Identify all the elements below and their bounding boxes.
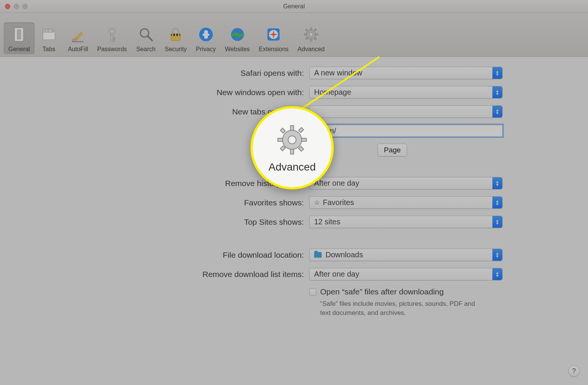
chevron-updown-icon: ▲▼ — [492, 249, 502, 261]
top-sites-shows-label: Top Sites shows: — [85, 218, 309, 227]
svg-rect-14 — [113, 40, 115, 41]
svg-rect-31 — [310, 28, 312, 30]
svg-rect-38 — [305, 37, 308, 39]
folder-icon — [314, 252, 322, 258]
favorites-shows-select[interactable]: ☆ Favorites ▲▼ — [309, 196, 503, 209]
open-safe-files-label: Open “safe” files after downloading — [320, 287, 480, 296]
toolbar-search[interactable]: Search — [132, 22, 160, 54]
traffic-lights — [5, 4, 28, 9]
svg-rect-12 — [111, 34, 113, 41]
titlebar: General — [0, 0, 588, 13]
close-window-button[interactable] — [5, 4, 10, 9]
toolbar-passwords[interactable]: Passwords — [93, 22, 131, 54]
remove-download-list-label: Remove download list items: — [85, 270, 309, 279]
general-panel: Safari opens with: A new window ▲▼ New w… — [0, 57, 588, 318]
homepage-input[interactable] — [309, 125, 503, 137]
remove-download-list-select[interactable]: After one day ▲▼ — [309, 268, 503, 280]
globe-icon — [228, 25, 247, 44]
gear-icon — [301, 25, 321, 44]
open-safe-files-help: “Safe” files include movies, pictures, s… — [320, 299, 480, 318]
new-tabs-open-with-select[interactable]: ▲▼ — [309, 105, 503, 118]
help-icon: ? — [572, 367, 576, 375]
select-value: A new window — [314, 69, 362, 77]
svg-rect-19 — [171, 34, 180, 36]
chevron-updown-icon: ▲▼ — [492, 67, 502, 79]
zoom-window-button[interactable] — [22, 4, 28, 9]
select-value: After one day — [314, 179, 359, 188]
toolbar-label: Advanced — [298, 46, 325, 53]
new-windows-open-with-select[interactable]: Homepage ▲▼ — [309, 86, 503, 99]
svg-rect-34 — [316, 34, 318, 35]
preferences-toolbar: General ×+ Tabs AutoFill Passwords Searc… — [0, 13, 588, 57]
toolbar-privacy[interactable]: Privacy — [191, 22, 220, 54]
top-sites-shows-select[interactable]: 12 sites ▲▼ — [309, 216, 503, 228]
svg-point-30 — [309, 33, 313, 36]
safari-opens-with-label: Safari opens with: — [85, 69, 309, 78]
svg-rect-37 — [314, 28, 316, 31]
toolbar-security[interactable]: Security — [160, 22, 192, 54]
svg-rect-32 — [310, 39, 312, 41]
chevron-updown-icon: ▲▼ — [492, 197, 502, 208]
toolbar-label: Security — [165, 46, 187, 53]
toolbar-websites[interactable]: Websites — [220, 22, 255, 54]
toolbar-advanced[interactable]: Advanced — [293, 22, 329, 54]
general-icon — [9, 25, 29, 44]
new-windows-open-with-label: New windows open with: — [85, 88, 309, 97]
toolbar-label: Extensions — [259, 46, 288, 53]
help-button[interactable]: ? — [568, 365, 580, 377]
toolbar-label: General — [8, 46, 30, 53]
download-location-select[interactable]: Downloads ▲▼ — [309, 249, 503, 261]
privacy-icon — [196, 25, 216, 44]
toolbar-label: AutoFill — [68, 46, 88, 53]
svg-rect-36 — [314, 38, 316, 40]
toolbar-extensions[interactable]: Extensions — [254, 22, 293, 54]
select-value: Favorites — [323, 198, 354, 207]
tabs-icon: ×+ — [39, 25, 59, 44]
extensions-icon — [264, 25, 283, 44]
svg-rect-2 — [43, 31, 55, 40]
favorites-shows-label: Favorites shows: — [85, 198, 309, 207]
safari-opens-with-select[interactable]: A new window ▲▼ — [309, 67, 503, 79]
select-value: After one day — [314, 270, 359, 279]
select-value: Homepage — [314, 88, 351, 97]
preferences-window: General General ×+ Tabs AutoFill Passwor… — [0, 0, 588, 385]
remove-history-select[interactable]: After one day ▲▼ — [309, 177, 503, 189]
set-to-current-page-button[interactable]: Page — [377, 144, 407, 157]
svg-line-16 — [148, 36, 152, 41]
chevron-updown-icon: ▲▼ — [492, 177, 502, 189]
lock-icon — [166, 25, 186, 44]
toolbar-tabs[interactable]: ×+ Tabs — [35, 22, 63, 54]
svg-rect-8 — [73, 39, 77, 41]
homepage-label: Homepage: — [85, 126, 309, 135]
new-tabs-open-with-label: New tabs open with: — [85, 107, 309, 116]
svg-rect-13 — [113, 38, 115, 39]
autofill-icon — [68, 25, 88, 44]
svg-point-11 — [110, 30, 113, 33]
chevron-updown-icon: ▲▼ — [492, 216, 502, 228]
key-icon — [102, 25, 122, 44]
minimize-window-button[interactable] — [14, 4, 19, 9]
toolbar-label: Search — [136, 46, 156, 53]
chevron-updown-icon: ▲▼ — [492, 268, 502, 280]
toolbar-label: Websites — [225, 46, 250, 53]
select-value: 12 sites — [314, 218, 340, 226]
svg-rect-9 — [72, 41, 83, 42]
svg-text:+: + — [51, 30, 53, 32]
window-title: General — [283, 3, 305, 10]
svg-rect-35 — [305, 29, 308, 31]
download-location-label: File download location: — [85, 250, 309, 260]
svg-rect-33 — [304, 34, 307, 35]
star-icon: ☆ — [314, 199, 320, 207]
svg-text:×: × — [44, 30, 46, 32]
remove-history-label: Remove history items: — [85, 179, 309, 188]
search-icon — [136, 25, 156, 44]
open-safe-files-checkbox[interactable] — [309, 288, 316, 296]
select-value: Downloads — [325, 250, 363, 259]
toolbar-general[interactable]: General — [4, 22, 35, 54]
toolbar-label: Passwords — [97, 46, 127, 53]
chevron-updown-icon: ▲▼ — [492, 106, 502, 117]
chevron-updown-icon: ▲▼ — [492, 86, 502, 98]
svg-rect-1 — [17, 30, 20, 39]
toolbar-autofill[interactable]: AutoFill — [63, 22, 93, 54]
toolbar-label: Privacy — [196, 46, 215, 53]
